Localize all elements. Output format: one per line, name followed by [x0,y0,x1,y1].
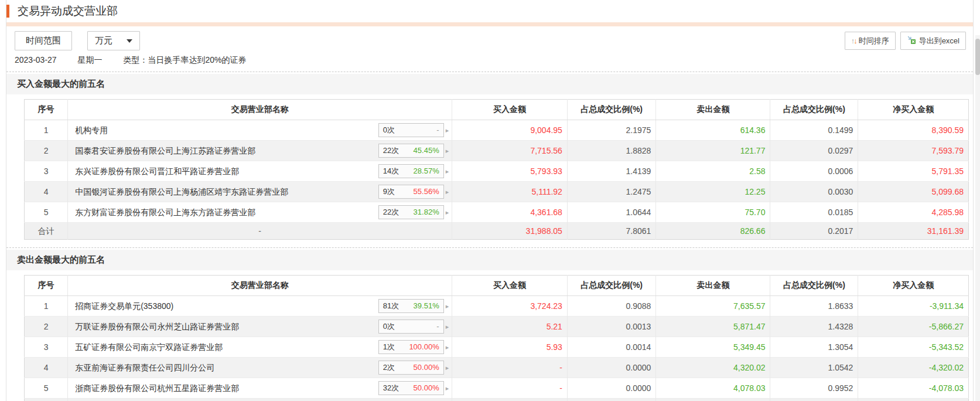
buy-amount-cell: 31,988.05 [452,223,568,240]
sell-ratio-cell: 0.2017 [770,223,858,240]
sell-ratio-cell: 0.0006 [770,161,858,182]
accent-bar [6,5,9,18]
buy-ratio-cell: 0.0014 [567,337,656,358]
seq-cell: 2 [25,141,68,161]
title-bar: 交易异动成交营业部 [6,0,973,22]
net-amount-cell: -5,343.52 [858,337,969,358]
chevron-right-icon: ▸ [446,186,449,197]
broker-name-cell: 东兴证券股份有限公司晋江和平路证券营业部14次28.57%▸ [68,161,452,182]
badge-count: 81次 [383,301,399,311]
table-row: 3五矿证券有限公司南京宁双路证券营业部1次100.00%▸5.930.00145… [25,337,969,358]
panel: 交易异动成交营业部 时间范围 万元 ↑↓ 时间排序 导出到excel 2023-… [6,0,974,401]
total-row: 合计-31,988.057.8061826.660.201731,161.39 [25,223,969,240]
badge-percent: - [436,125,439,135]
badge-percent: 50.00% [414,362,439,373]
times-badge[interactable]: 81次39.51% [378,299,444,313]
buy-amount-cell: 5,793.93 [452,161,568,182]
broker-name-cell: 国泰君安证券股份有限公司上海江苏路证券营业部22次45.45%▸ [68,141,452,161]
export-excel-button[interactable]: 导出到excel [900,32,966,50]
sell-amount-cell: 75.70 [656,202,770,223]
sell-ratio-cell: 0.9952 [770,378,858,399]
times-badge[interactable]: 2次50.00% [378,361,444,375]
times-badge[interactable]: 9次55.56% [378,185,444,199]
times-badge[interactable]: 0次- [378,123,444,137]
buy-amount-cell: 5.21 [452,317,568,337]
chevron-right-icon: ▸ [446,207,449,218]
buy-top5-table: 序号交易营业部名称买入金额占总成交比例(%)卖出金额占总成交比例(%)净买入金额… [24,99,969,240]
times-badge[interactable]: 22次45.45% [378,144,444,158]
net-amount-cell: 7,593.79 [858,141,969,161]
buy-amount-cell: 7,715.56 [452,141,568,161]
badge-percent: 39.51% [414,301,439,311]
chevron-right-icon: ▸ [446,321,449,332]
buy-top5-section: 买入金额最大的前五名序号交易营业部名称买入金额占总成交比例(%)卖出金额占总成交… [6,74,973,240]
chevron-right-icon: ▸ [446,362,449,373]
scrollbar-thumb[interactable] [975,39,980,75]
chevron-right-icon: ▸ [446,125,449,135]
section-separator [6,72,973,72]
seq-cell: 合计 [25,223,68,240]
net-amount-cell: 4,285.98 [858,202,969,223]
table-header-cell: 买入金额 [452,100,568,120]
broker-name: 东方财富证券股份有限公司上海东方路证券营业部 [75,207,378,218]
broker-name-cell: 万联证券股份有限公司永州芝山路证券营业部0次-▸ [68,317,452,337]
vertical-scrollbar[interactable] [975,35,980,401]
net-amount-cell: 5,791.35 [858,161,969,182]
badge-percent: 31.82% [414,207,439,218]
title-divider [6,22,973,26]
seq-cell: 5 [25,378,68,399]
time-range-button[interactable]: 时间范围 [15,31,72,50]
table-row: 5东方财富证券股份有限公司上海东方路证券营业部22次31.82%▸4,361.6… [25,202,969,223]
buy-ratio-cell: 0.9115 [567,399,656,401]
seq-cell: 5 [25,202,68,223]
badge-count: 0次 [383,125,395,135]
broker-name: 中国银河证券股份有限公司上海杨浦区靖宇东路证券营业部 [75,186,378,197]
times-badge[interactable]: 14次28.57% [378,164,444,178]
table-row: 2万联证券股份有限公司永州芝山路证券营业部0次-▸5.210.00135,871… [25,317,969,337]
times-badge[interactable]: 22次31.82% [378,205,444,219]
table-row: 2国泰君安证券股份有限公司上海江苏路证券营业部22次45.45%▸7,715.5… [25,141,969,161]
table-header-cell: 占总成交比例(%) [567,100,656,120]
buy-ratio-cell: 1.4139 [567,161,656,182]
net-amount-cell: -3,911.34 [858,296,969,317]
chevron-right-icon: ▸ [446,342,449,352]
export-excel-label: 导出到excel [919,36,959,46]
sell-amount-cell: 4,320.02 [656,358,770,378]
seq-cell: 1 [25,120,68,141]
table-row: 5浙商证券股份有限公司杭州五星路证券营业部32次50.00%▸-0.00004,… [25,378,969,399]
buy-amount-cell: 5,111.92 [452,182,568,202]
net-amount-cell: 5,099.68 [858,182,969,202]
broker-name: 国泰君安证券股份有限公司上海江苏路证券营业部 [75,145,378,156]
broker-name-cell: - [68,399,452,401]
unit-dropdown-value: 万元 [95,35,112,46]
broker-name: 五矿证券有限公司南京宁双路证券营业部 [75,342,378,352]
times-badge[interactable]: 0次- [378,320,444,334]
table-header-cell: 占总成交比例(%) [567,276,656,296]
section-title: 卖出金额最大的前五名 [6,250,973,270]
buy-amount-cell: 3,735.36 [452,399,568,401]
time-sort-label: 时间排序 [859,36,889,46]
sort-arrows-icon: ↑↓ [851,36,856,45]
unit-dropdown[interactable]: 万元 [87,31,140,50]
table-header-cell: 占总成交比例(%) [770,276,858,296]
table-header-cell: 卖出金额 [656,276,770,296]
sell-ratio-cell: 6.6509 [770,399,858,401]
buy-ratio-cell: 0.0000 [567,358,656,378]
sell-amount-cell: 826.66 [656,223,770,240]
badge-percent: - [436,321,439,332]
buy-amount-cell: 4,361.68 [452,202,568,223]
time-sort-button[interactable]: ↑↓ 时间排序 [845,32,896,50]
badge-count: 32次 [383,383,399,393]
broker-name-cell: 东方财富证券股份有限公司上海东方路证券营业部22次31.82%▸ [68,202,452,223]
badge-percent: 55.56% [414,186,439,197]
section-separator [6,247,973,248]
table-row: 4东亚前海证券有限责任公司四川分公司2次50.00%▸-0.00004,320.… [25,358,969,378]
times-badge[interactable]: 32次50.00% [378,381,444,395]
times-badge[interactable]: 1次100.00% [378,340,444,354]
table-header-cell: 卖出金额 [656,100,770,120]
chevron-right-icon: ▸ [446,383,449,393]
buy-ratio-cell: 0.0013 [567,317,656,337]
section-title: 买入金额最大的前五名 [6,74,973,94]
type-label: 类型：当日换手率达到20%的证券 [123,55,246,64]
sell-amount-cell: 5,871.47 [656,317,770,337]
